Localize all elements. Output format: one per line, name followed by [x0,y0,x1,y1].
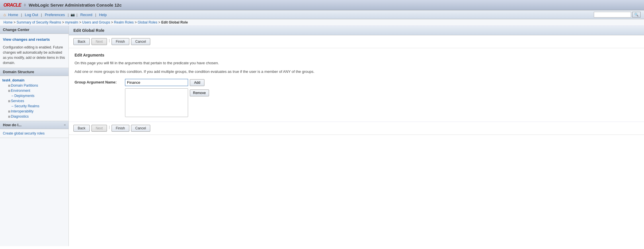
breadcrumb-sep-6: > [158,20,160,24]
change-center-header: Change Center [0,26,69,34]
tree-diagnostics[interactable]: ⊞Diagnostics [6,114,66,119]
nav-help[interactable]: Help [98,12,108,17]
collapse-icon: – [64,123,66,127]
home-icon: ⌂ [3,12,6,17]
view-changes-link[interactable]: View changes and restarts [3,36,66,43]
header-separator: ◊ [24,3,26,7]
tree-security-realms[interactable]: – Security Realms [6,104,66,109]
breadcrumb-sep-4: > [111,20,113,24]
remove-button[interactable]: Remove [190,90,209,96]
group-argument-row: Group Argument Name: Add Remove [75,79,638,117]
bottom-next-button[interactable]: Next [91,125,107,132]
top-back-button[interactable]: Back [73,38,90,45]
top-action-bar: Back Next | Finish Cancel [69,35,644,48]
form-controls: Add Remove [125,79,209,117]
edit-arguments-desc2: Add one or more groups to this condition… [75,69,638,75]
breadcrumb-global-roles[interactable]: Global Roles [138,20,157,24]
edit-arguments-section: Edit Arguments On this page you will fil… [69,48,644,122]
nav-sep-5: | [95,13,96,17]
breadcrumb-home[interactable]: Home [3,20,13,24]
product-title: WebLogic Server Administration Console 1… [29,3,122,7]
how-do-i-item-1[interactable]: Create global security roles [3,131,66,136]
how-do-i-content: Create global security roles [0,129,69,138]
bottom-action-bar: Back Next | Finish Cancel [69,122,644,135]
tree-services[interactable]: ⊞Services [6,98,66,104]
breadcrumb-realm-roles[interactable]: Realm Roles [114,20,134,24]
input-row: Add [125,79,209,86]
bottom-back-button[interactable]: Back [73,125,90,132]
top-cancel-button[interactable]: Cancel [131,38,150,45]
bottom-action-sep: | [109,125,110,132]
edit-arguments-desc1: On this page you will fill in the argume… [75,60,638,66]
change-center-description: Configuration editing is enabled. Future… [3,45,66,65]
tree-interoperability[interactable]: ⊞Interoperability [6,109,66,114]
how-do-i-title: How do I... [3,123,22,127]
change-center-content: View changes and restarts Configuration … [0,34,69,68]
nav-image-icon: 📷 [71,13,75,17]
nav-preferences[interactable]: Preferences [44,12,66,17]
nav-record[interactable]: Record [79,12,93,17]
nav-sep-4: | [77,13,77,17]
list-and-remove: Remove [125,88,209,117]
how-do-i-header[interactable]: How do I... – [0,121,69,129]
breadcrumb-security-realms[interactable]: Summary of Security Realms [17,20,61,24]
groups-list[interactable] [125,88,188,117]
breadcrumb-myrealm[interactable]: myrealm [65,20,78,24]
tree-environment[interactable]: ⊞Environment [6,88,66,93]
search-input[interactable] [594,12,631,17]
nav-sep-3: | [68,13,69,17]
tree-deployments[interactable]: – Deployments [6,93,66,98]
oracle-logo: ORACLE [3,3,21,8]
nav-logout[interactable]: Log Out [24,12,39,17]
breadcrumb-current: Edit Global Role [161,20,188,24]
top-next-button[interactable]: Next [91,38,107,45]
edit-arguments-title: Edit Arguments [75,53,638,57]
search-container: 🔍 [594,12,641,17]
add-button[interactable]: Add [190,79,204,86]
breadcrumb-sep-1: > [13,20,15,24]
nav-sep-1: | [21,13,22,17]
bottom-finish-button[interactable]: Finish [112,125,129,132]
breadcrumb-sep-3: > [79,20,81,24]
bottom-cancel-button[interactable]: Cancel [131,125,150,132]
tree-root[interactable]: test4_domain [2,78,66,83]
domain-structure-header: Domain Structure [0,68,69,76]
breadcrumb-users-groups[interactable]: Users and Groups [82,20,110,24]
domain-structure-tree: test4_domain ⊞Domain Partitions ⊞Environ… [0,76,69,121]
nav-sep-2: | [41,13,42,17]
group-argument-label: Group Argument Name: [75,79,120,84]
search-button[interactable]: 🔍 [632,12,641,17]
breadcrumb-sep-5: > [135,20,137,24]
page-title: Edit Global Role [69,26,644,35]
tree-domain-partitions[interactable]: ⊞Domain Partitions [6,83,66,88]
nav-home[interactable]: Home [7,12,19,17]
top-finish-button[interactable]: Finish [112,38,129,45]
breadcrumb: Home > Summary of Security Realms > myre… [0,19,644,26]
group-argument-input[interactable] [125,79,188,86]
breadcrumb-sep-2: > [62,20,64,24]
top-action-sep: | [109,38,110,45]
